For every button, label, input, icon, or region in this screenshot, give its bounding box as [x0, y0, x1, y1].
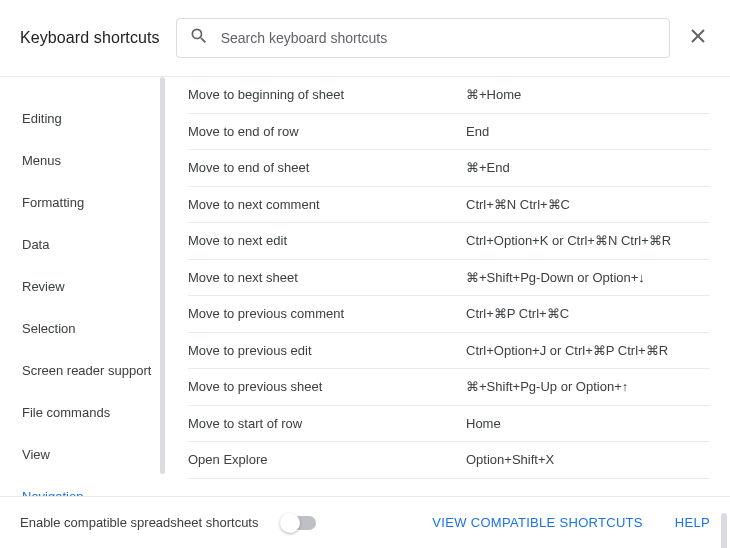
shortcut-row: Move to next commentCtrl+⌘N Ctrl+⌘C: [188, 187, 710, 224]
view-compatible-button[interactable]: VIEW COMPATIBLE SHORTCUTS: [432, 515, 642, 530]
compat-toggle[interactable]: [282, 516, 316, 530]
shortcut-keys: ⌘+Shift+Pg-Down or Option+↓: [466, 270, 710, 285]
sidebar-item-view[interactable]: View: [0, 433, 178, 475]
sidebar-item-label: Review: [22, 279, 65, 294]
shortcut-description: Move to previous comment: [188, 306, 466, 321]
search-field[interactable]: [176, 18, 670, 58]
dialog-header: Keyboard shortcuts: [0, 0, 730, 76]
shortcut-row: Move to end of sheet⌘+End: [188, 150, 710, 187]
sidebar-item-selection[interactable]: Selection: [0, 307, 178, 349]
sidebar-item-screen-reader-support[interactable]: Screen reader support: [0, 349, 178, 391]
shortcut-keys: End: [466, 124, 710, 139]
search-input[interactable]: [221, 30, 657, 46]
shortcut-description: Move to start of row: [188, 416, 466, 431]
dialog-footer: Enable compatible spreadsheet shortcuts …: [0, 496, 730, 548]
dialog-body: EditingMenusFormattingDataReviewSelectio…: [0, 77, 730, 496]
shortcut-description: Move to next edit: [188, 233, 466, 248]
close-icon: [690, 28, 706, 48]
shortcut-description: Move to beginning of sheet: [188, 87, 466, 102]
sidebar-item-label: Selection: [22, 321, 75, 336]
search-icon: [189, 26, 209, 50]
shortcut-row: Move to previous editCtrl+Option+J or Ct…: [188, 333, 710, 370]
shortcut-keys: Option+Shift+X: [466, 452, 710, 467]
shortcut-description: Move to previous edit: [188, 343, 466, 358]
shortcut-row: Move to previous sheet⌘+Shift+Pg-Up or O…: [188, 369, 710, 406]
sidebar-item-label: File commands: [22, 405, 110, 420]
shortcut-keys: Ctrl+⌘N Ctrl+⌘C: [466, 197, 710, 212]
shortcut-description: Move to end of row: [188, 124, 466, 139]
dialog-title: Keyboard shortcuts: [20, 29, 160, 47]
content-scrollbar[interactable]: [721, 513, 727, 548]
sidebar-item-file-commands[interactable]: File commands: [0, 391, 178, 433]
shortcut-keys: Ctrl+Option+K or Ctrl+⌘N Ctrl+⌘R: [466, 233, 710, 248]
shortcut-description: Move to next sheet: [188, 270, 466, 285]
sidebar-item-review[interactable]: Review: [0, 265, 178, 307]
shortcut-keys: ⌘+End: [466, 160, 710, 175]
shortcut-keys: Home: [466, 416, 710, 431]
sidebar-item-label: Screen reader support: [22, 363, 151, 378]
sidebar-item-label: Editing: [22, 111, 62, 126]
sidebar-item-navigation[interactable]: Navigation: [0, 475, 178, 496]
shortcut-description: Move to next comment: [188, 197, 466, 212]
shortcut-description: Move to end of sheet: [188, 160, 466, 175]
sidebar-item-formatting[interactable]: Formatting: [0, 181, 178, 223]
shortcut-row: Move to beginning of sheet⌘+Home: [188, 77, 710, 114]
sidebar-item-label: Navigation: [22, 489, 83, 497]
sidebar-scrollbar[interactable]: [160, 77, 165, 474]
help-button[interactable]: HELP: [675, 515, 710, 530]
category-sidebar[interactable]: EditingMenusFormattingDataReviewSelectio…: [0, 77, 178, 496]
sidebar-item-label: View: [22, 447, 50, 462]
sidebar-item-label: Data: [22, 237, 49, 252]
shortcut-row: Open ExploreOption+Shift+X: [188, 442, 710, 479]
shortcut-keys: Ctrl+Option+J or Ctrl+⌘P Ctrl+⌘R: [466, 343, 710, 358]
shortcut-row: Move to start of rowHome: [188, 406, 710, 443]
sidebar-item-menus[interactable]: Menus: [0, 139, 178, 181]
shortcut-row: Move to previous commentCtrl+⌘P Ctrl+⌘C: [188, 296, 710, 333]
shortcut-keys: Ctrl+⌘P Ctrl+⌘C: [466, 306, 710, 321]
sidebar-item-data[interactable]: Data: [0, 223, 178, 265]
shortcut-description: Move to previous sheet: [188, 379, 466, 394]
keyboard-shortcuts-dialog: Keyboard shortcuts EditingMenusFormattin…: [0, 0, 730, 548]
compat-toggle-label: Enable compatible spreadsheet shortcuts: [20, 515, 258, 530]
shortcuts-list[interactable]: Move to beginning of sheet⌘+HomeMove to …: [178, 77, 730, 496]
shortcut-row: Move to next editCtrl+Option+K or Ctrl+⌘…: [188, 223, 710, 260]
shortcut-row: Move to next sheet⌘+Shift+Pg-Down or Opt…: [188, 260, 710, 297]
close-button[interactable]: [686, 26, 710, 50]
sidebar-item-label: Formatting: [22, 195, 84, 210]
shortcut-row: Move to end of rowEnd: [188, 114, 710, 151]
shortcut-keys: ⌘+Home: [466, 87, 710, 102]
shortcut-description: Open Explore: [188, 452, 466, 467]
shortcut-keys: ⌘+Shift+Pg-Up or Option+↑: [466, 379, 710, 394]
sidebar-item-label: Menus: [22, 153, 61, 168]
sidebar-item-editing[interactable]: Editing: [0, 97, 178, 139]
